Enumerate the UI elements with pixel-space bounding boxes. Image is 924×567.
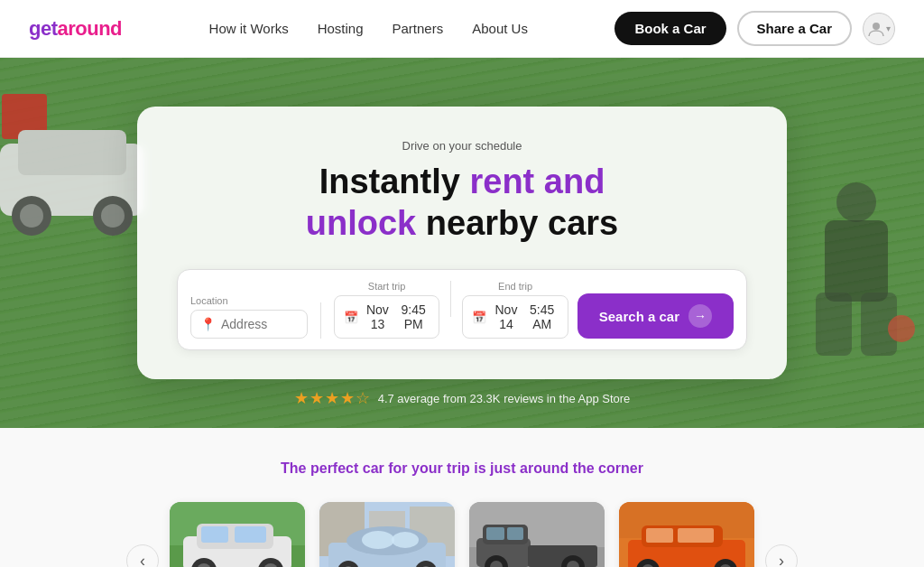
svg-point-29 (362, 531, 394, 549)
rating-text: 4.7 average from 23.3K reviews in the Ap… (378, 392, 631, 405)
car-types-carousel: ‹ (18, 502, 906, 567)
svg-rect-3 (18, 130, 126, 175)
start-date-input[interactable]: 📅 Nov 13 9:45 PM (334, 295, 439, 339)
svg-point-30 (392, 532, 419, 548)
car-cards-list: SUV / Jeep (170, 502, 754, 567)
hatchback-image (619, 502, 754, 567)
search-bar: Location 📍 Start trip 📅 Nov 13 9:45 PM (177, 269, 747, 350)
svg-rect-40 (486, 527, 504, 540)
svg-point-0 (873, 23, 880, 30)
book-car-button[interactable]: Book a Car (614, 12, 725, 45)
nav-hosting[interactable]: Hosting (318, 21, 364, 36)
svg-point-12 (888, 315, 915, 342)
hero-headline: Instantly rent and unlock nearby cars (177, 162, 747, 244)
nav-partners[interactable]: Partners (393, 21, 444, 36)
trip-dates: Start trip 📅 Nov 13 9:45 PM End trip 📅 N… (334, 281, 568, 339)
user-avatar-button[interactable]: ▾ (863, 13, 895, 45)
nav-links: How it Works Hosting Partners About Us (209, 21, 528, 36)
svg-rect-50 (646, 528, 673, 543)
end-time-value: 5:45 AM (526, 302, 559, 331)
svg-rect-41 (507, 527, 523, 540)
navbar: getaround How it Works Hosting Partners … (0, 0, 924, 58)
location-icon: 📍 (200, 317, 216, 331)
suv-image (170, 502, 305, 567)
svg-rect-17 (201, 526, 228, 543)
nav-how-it-works[interactable]: How it Works (209, 21, 289, 36)
end-trip-field: End trip 📅 Nov 14 5:45 AM (462, 281, 568, 339)
location-input[interactable] (221, 317, 298, 331)
coupe-image (319, 502, 455, 567)
share-car-button[interactable]: Share a Car (737, 11, 852, 46)
pickup-image (469, 502, 605, 567)
end-date-value: Nov 14 (492, 302, 520, 331)
calendar-icon-start: 📅 (344, 311, 358, 324)
svg-point-7 (101, 204, 125, 228)
car-types-section: The perfect car for your trip is just ar… (0, 428, 924, 567)
search-arrow-icon: → (688, 304, 712, 328)
car-types-tagline: The perfect car for your trip is just ar… (18, 460, 906, 477)
nav-about-us[interactable]: About Us (472, 21, 528, 36)
rating-stars: ★★★★☆ (294, 388, 371, 408)
start-time-value: 9:45 PM (397, 302, 430, 331)
svg-rect-18 (235, 526, 266, 543)
nav-actions: Book a Car Share a Car ▾ (614, 11, 895, 46)
hero-person-decoration (798, 175, 915, 374)
logo[interactable]: getaround (29, 17, 122, 41)
end-date-input[interactable]: 📅 Nov 14 5:45 AM (462, 295, 568, 339)
hero-search-card: Drive on your schedule Instantly rent an… (137, 107, 787, 379)
svg-rect-51 (678, 528, 714, 543)
svg-rect-9 (825, 220, 888, 302)
location-input-wrapper: 📍 (190, 310, 308, 339)
car-card-suv[interactable]: SUV / Jeep (170, 502, 305, 567)
svg-point-8 (836, 182, 876, 222)
car-card-pickup[interactable]: Pickup Truck (469, 502, 605, 567)
location-label: Location (190, 295, 308, 306)
hero-section: Drive on your schedule Instantly rent an… (0, 58, 924, 428)
divider-1 (320, 302, 321, 339)
divider-2 (450, 281, 451, 317)
carousel-prev-button[interactable]: ‹ (126, 544, 159, 567)
carousel-next-button[interactable]: › (765, 544, 798, 567)
end-label: End trip (462, 281, 568, 292)
start-date-value: Nov 13 (364, 302, 392, 331)
svg-point-5 (20, 204, 43, 228)
car-card-coupe[interactable]: Coupe / Sedan (319, 502, 455, 567)
start-label: Start trip (334, 281, 439, 292)
hero-rating: ★★★★☆ 4.7 average from 23.3K reviews in … (0, 388, 924, 408)
calendar-icon-end: 📅 (472, 311, 486, 324)
car-card-hatchback[interactable]: Hatchback / Wagon (619, 502, 754, 567)
search-car-button[interactable]: Search a car → (578, 293, 734, 339)
hero-tagline: Drive on your schedule (177, 139, 747, 153)
start-trip-field: Start trip 📅 Nov 13 9:45 PM (334, 281, 439, 339)
search-btn-label: Search a car (599, 309, 679, 324)
svg-rect-10 (816, 293, 852, 356)
location-field: Location 📍 (190, 295, 308, 339)
